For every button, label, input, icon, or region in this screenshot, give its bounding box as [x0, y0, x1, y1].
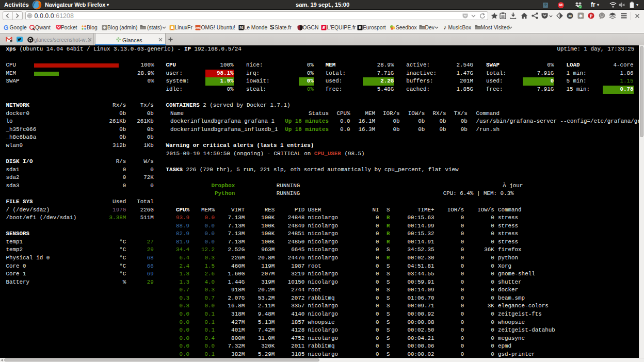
svg-text:E: E: [358, 25, 361, 30]
svg-text:P: P: [590, 13, 593, 19]
svg-text:M: M: [239, 25, 243, 30]
svg-text:✱: ✱: [579, 13, 583, 19]
svg-text:OMG: OMG: [195, 26, 201, 29]
svg-text:49: 49: [568, 14, 572, 18]
svg-text:E: E: [323, 25, 326, 30]
